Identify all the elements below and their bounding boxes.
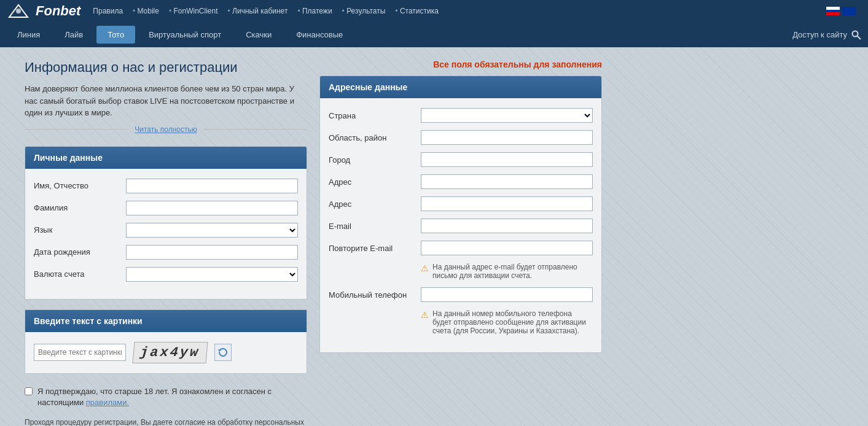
- bottom-section: Я подтверждаю, что старше 18 лет. Я озна…: [25, 386, 307, 427]
- address-panel-header: Адресные данные: [320, 76, 601, 98]
- warning-icon-email: ⚠: [421, 263, 429, 273]
- personal-panel: Личные данные Имя, Отчество Фамилия Язык: [25, 146, 307, 300]
- top-link-platezhi[interactable]: Платежи: [292, 7, 337, 15]
- select-language[interactable]: [126, 223, 298, 238]
- warning-icon-phone: ⚠: [421, 310, 429, 320]
- tab-layv[interactable]: Лайв: [53, 26, 94, 44]
- input-phone[interactable]: [421, 287, 593, 302]
- email-notice-box: ⚠ На данный адрес e-mail будет отправлен…: [329, 263, 593, 280]
- top-links: Правила Mobile FonWinClient Личный кабин…: [93, 7, 826, 15]
- tab-virtual[interactable]: Виртуальный спорт: [138, 26, 232, 44]
- tab-toto[interactable]: Тото: [96, 26, 135, 44]
- input-email-confirm[interactable]: [421, 241, 593, 255]
- field-city: Город: [329, 152, 593, 167]
- page-description: Нам доверяют более миллиона клиентов бол…: [25, 83, 307, 119]
- lang-flags[interactable]: [826, 7, 856, 15]
- address-panel-body: Страна Область, район Город Адр: [320, 98, 601, 352]
- top-link-rezultaty[interactable]: Результаты: [337, 7, 391, 15]
- input-last-name[interactable]: [126, 201, 298, 215]
- personal-panel-header: Личные данные: [25, 147, 307, 169]
- captcha-panel: Введите текст с картинки jax4yw: [25, 309, 307, 374]
- access-label: Доступ к сайту: [792, 30, 847, 39]
- right-panel: Все поля обязательны для заполнения Адре…: [319, 60, 602, 353]
- captcha-input[interactable]: [34, 344, 126, 361]
- main-nav: Линия Лайв Тото Виртуальный спорт Скачки…: [0, 22, 868, 47]
- captcha-refresh-button[interactable]: [214, 344, 232, 361]
- field-country: Страна: [329, 108, 593, 123]
- address-panel: Адресные данные Страна Область, район Го…: [319, 76, 602, 353]
- flag-ru[interactable]: [826, 7, 840, 15]
- label-phone: Мобильный телефон: [329, 290, 421, 300]
- field-address1: Адрес: [329, 174, 593, 189]
- label-email: E-mail: [329, 222, 421, 231]
- age-checkbox-text: Я подтверждаю, что старше 18 лет. Я озна…: [37, 387, 272, 407]
- tab-liniya[interactable]: Линия: [6, 26, 51, 44]
- read-more-link[interactable]: Читать полностью: [128, 125, 203, 134]
- email-notice-text: На данный адрес e-mail будет отправлено …: [432, 263, 593, 280]
- field-language: Язык: [34, 223, 298, 238]
- phone-notice-text: На данный номер мобильного телефона буде…: [432, 309, 593, 335]
- label-last-name: Фамилия: [34, 203, 126, 212]
- refresh-icon: [218, 347, 228, 357]
- tab-skachki[interactable]: Скачки: [235, 26, 283, 44]
- captcha-panel-header: Введите текст с картинки: [25, 310, 307, 332]
- svg-point-3: [853, 31, 858, 36]
- logo-icon: [6, 2, 31, 20]
- input-city[interactable]: [421, 152, 593, 167]
- phone-notice-box: ⚠ На данный номер мобильного телефона бу…: [329, 309, 593, 335]
- top-link-fonwinclient[interactable]: FonWinClient: [164, 7, 223, 15]
- age-confirmation-row: Я подтверждаю, что старше 18 лет. Я озна…: [25, 386, 307, 408]
- select-currency[interactable]: [126, 267, 298, 282]
- access-button[interactable]: Доступ к сайту: [792, 29, 862, 41]
- key-icon: [851, 29, 862, 41]
- input-address1[interactable]: [421, 174, 593, 189]
- label-address2: Адрес: [329, 199, 421, 209]
- label-region: Область, район: [329, 133, 421, 142]
- field-region: Область, район: [329, 130, 593, 145]
- label-currency: Валюта счета: [34, 269, 126, 279]
- input-region[interactable]: [421, 130, 593, 145]
- label-dob: Дата рождения: [34, 247, 126, 257]
- top-link-mobile[interactable]: Mobile: [128, 7, 164, 15]
- field-currency: Валюта счета: [34, 267, 298, 282]
- page-title: Информация о нас и регистрации: [25, 60, 307, 76]
- top-link-statistika[interactable]: Статистика: [390, 7, 444, 15]
- top-link-pravila[interactable]: Правила: [93, 7, 128, 15]
- field-dob: Дата рождения: [34, 245, 298, 260]
- svg-line-4: [858, 36, 861, 39]
- select-country[interactable]: [421, 108, 593, 123]
- age-checkbox-label: Я подтверждаю, что старше 18 лет. Я озна…: [37, 386, 307, 408]
- top-bar: Fonbet Правила Mobile FonWinClient Личны…: [0, 0, 868, 22]
- logo-text: Fonbet: [36, 3, 80, 19]
- required-notice: Все поля обязательны для заполнения: [319, 60, 602, 69]
- consent-text: Проходя процедуру регистрации, Вы даете …: [25, 417, 307, 426]
- field-email-confirm: Повторите E-mail: [329, 241, 593, 255]
- input-address2[interactable]: [421, 196, 593, 211]
- label-address1: Адрес: [329, 177, 421, 187]
- captcha-image: jax4yw: [132, 342, 208, 363]
- field-address2: Адрес: [329, 196, 593, 211]
- input-email[interactable]: [421, 219, 593, 233]
- flag-en[interactable]: [842, 7, 856, 15]
- age-checkbox[interactable]: [25, 387, 33, 395]
- input-first-name[interactable]: [126, 179, 298, 193]
- field-phone: Мобильный телефон: [329, 287, 593, 302]
- field-last-name: Фамилия: [34, 201, 298, 215]
- input-dob[interactable]: [126, 245, 298, 260]
- svg-point-2: [16, 9, 21, 14]
- left-column: Информация о нас и регистрации Нам довер…: [25, 60, 307, 426]
- field-first-name: Имя, Отчество: [34, 179, 298, 193]
- field-email: E-mail: [329, 219, 593, 233]
- captcha-body: jax4yw: [25, 332, 307, 373]
- label-first-name: Имя, Отчество: [34, 181, 126, 190]
- label-country: Страна: [329, 111, 421, 120]
- logo-area: Fonbet: [6, 2, 80, 20]
- top-link-lichniy[interactable]: Личный кабинет: [223, 7, 293, 15]
- label-language: Язык: [34, 225, 126, 234]
- tab-finansovye[interactable]: Финансовые: [285, 26, 354, 44]
- rules-link[interactable]: правилами.: [86, 398, 129, 407]
- read-more-line: Читать полностью: [25, 125, 307, 134]
- label-city: Город: [329, 155, 421, 165]
- personal-panel-body: Имя, Отчество Фамилия Язык Дата: [25, 169, 307, 299]
- label-email-confirm: Повторите E-mail: [329, 244, 421, 253]
